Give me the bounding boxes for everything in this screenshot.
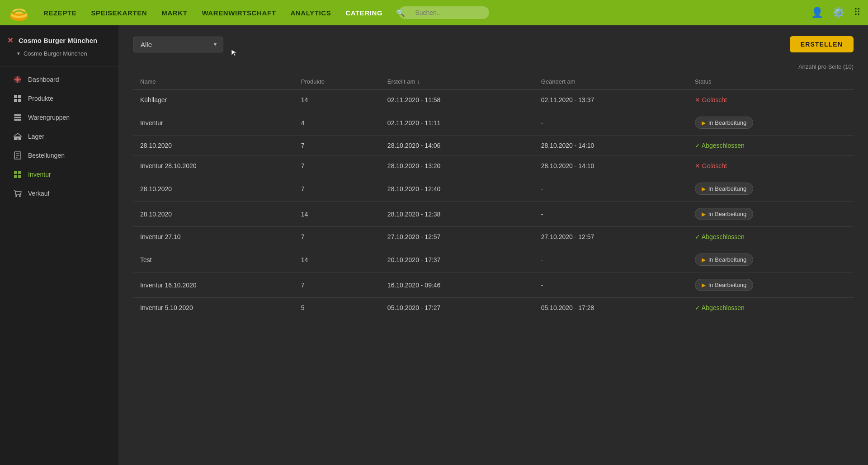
cell-produkte: 7 xyxy=(294,176,380,202)
erstellen-button[interactable]: ERSTELLEN xyxy=(790,36,854,52)
sidebar-item-verkauf[interactable]: Verkauf xyxy=(4,184,115,203)
table-row[interactable]: 28.10.2020 14 28.10.2020 - 12:38 - ▶ In … xyxy=(133,202,854,227)
table-row[interactable]: Inventur 28.10.2020 7 28.10.2020 - 13:20… xyxy=(133,156,854,176)
cell-name: Inventur 16.10.2020 xyxy=(133,272,294,298)
app-layout: ✕ Cosmo Burger München ▼ Cosmo Burger Mü… xyxy=(0,25,868,465)
status-badge: ▶ In Bearbeitung xyxy=(695,183,754,195)
top-navigation: REZEPTE SPEISEKARTEN MARKT WARENWIRTSCHA… xyxy=(0,0,868,25)
sidebar-item-inventur[interactable]: Inventur xyxy=(4,165,115,184)
cell-name: Inventur 5.10.2020 xyxy=(133,298,294,318)
nav-right-icons: 👤 ⚙️ ⠿ xyxy=(811,7,861,19)
per-page-label: Anzahl pro Seite (10) xyxy=(133,63,854,70)
cell-name: 28.10.2020 xyxy=(133,136,294,156)
table-row[interactable]: 28.10.2020 7 28.10.2020 - 12:40 - ▶ In B… xyxy=(133,176,854,202)
cell-produkte: 5 xyxy=(294,298,380,318)
status-icon: ✓ xyxy=(695,142,700,149)
sidebar-sub-company[interactable]: ▼ Cosmo Burger München xyxy=(0,50,118,64)
table-row[interactable]: 28.10.2020 7 28.10.2020 - 14:06 28.10.20… xyxy=(133,136,854,156)
status-icon: ✕ xyxy=(695,96,700,103)
logo[interactable] xyxy=(7,3,31,23)
main-content: Alle ▼ ERSTELLEN Anzahl pro Seite (10) N… xyxy=(118,25,868,465)
table-row[interactable]: Inventur 16.10.2020 7 16.10.2020 - 09:46… xyxy=(133,272,854,298)
sidebar-company-name: Cosmo Burger München xyxy=(19,37,97,44)
cell-produkte: 14 xyxy=(294,90,380,110)
cell-geaendert: - xyxy=(534,110,688,136)
cell-erstellt: 16.10.2020 - 09:46 xyxy=(380,272,534,298)
cell-produkte: 4 xyxy=(294,110,380,136)
sidebar-header: ✕ Cosmo Burger München xyxy=(0,33,118,50)
nav-catering[interactable]: CATERING xyxy=(340,7,388,19)
sidebar-item-dashboard[interactable]: Dashboard xyxy=(4,70,115,89)
sidebar-label-bestellungen: Bestellungen xyxy=(28,152,65,159)
cell-name: 28.10.2020 xyxy=(133,176,294,202)
settings-icon[interactable]: ⚙️ xyxy=(832,7,844,19)
cell-erstellt: 28.10.2020 - 12:38 xyxy=(380,202,534,227)
inventur-table: Name Produkte Erstellt am ↓ Geändert am … xyxy=(133,74,854,318)
svg-rect-25 xyxy=(18,171,21,174)
bestellungen-icon xyxy=(13,150,23,160)
cell-geaendert: 28.10.2020 - 14:10 xyxy=(534,136,688,156)
cell-geaendert: 28.10.2020 - 14:10 xyxy=(534,156,688,176)
status-icon: ▶ xyxy=(702,211,706,217)
dashboard-icon xyxy=(13,75,23,85)
nav-analytics[interactable]: ANALYTICS xyxy=(285,7,336,19)
cell-name: Test xyxy=(133,247,294,272)
status-icon: ▶ xyxy=(702,120,706,126)
sidebar-label-lager: Lager xyxy=(28,133,44,140)
verkauf-icon xyxy=(13,188,23,198)
sidebar-item-bestellungen[interactable]: Bestellungen xyxy=(4,146,115,165)
table-row[interactable]: Inventur 4 02.11.2020 - 11:11 - ▶ In Bea… xyxy=(133,110,854,136)
col-status: Status xyxy=(688,74,854,90)
sidebar-label-dashboard: Dashboard xyxy=(28,76,59,83)
cell-name: 28.10.2020 xyxy=(133,202,294,227)
cell-name: Inventur 27.10 xyxy=(133,227,294,247)
status-icon: ✓ xyxy=(695,304,700,311)
cell-status: ▶ In Bearbeitung xyxy=(688,247,854,272)
table-row[interactable]: Inventur 5.10.2020 5 05.10.2020 - 17:27 … xyxy=(133,298,854,318)
sidebar-item-warengruppen[interactable]: Warengruppen xyxy=(4,108,115,127)
cell-geaendert: - xyxy=(534,272,688,298)
search-wrap: 🔍 xyxy=(392,6,489,19)
sidebar-divider xyxy=(0,66,118,66)
nav-speisekarten[interactable]: SPEISEKARTEN xyxy=(85,7,152,19)
sidebar-label-produkte: Produkte xyxy=(28,95,53,102)
table-header-row: Name Produkte Erstellt am ↓ Geändert am … xyxy=(133,74,854,90)
col-erstellt[interactable]: Erstellt am ↓ xyxy=(380,74,534,90)
col-name: Name xyxy=(133,74,294,90)
cell-geaendert: - xyxy=(534,247,688,272)
sidebar-item-produkte[interactable]: Produkte xyxy=(4,89,115,108)
status-icon: ✓ xyxy=(695,233,700,240)
cell-status: ✓ Abgeschlossen xyxy=(688,298,854,318)
table-row[interactable]: Inventur 27.10 7 27.10.2020 - 12:57 27.1… xyxy=(133,227,854,247)
warengruppen-icon xyxy=(13,113,23,122)
status-badge: ▶ In Bearbeitung xyxy=(695,279,754,291)
search-input[interactable] xyxy=(399,6,489,19)
sort-icon: ↓ xyxy=(417,78,420,85)
svg-rect-24 xyxy=(14,171,17,174)
nav-markt[interactable]: MARKT xyxy=(156,7,193,19)
cell-produkte: 7 xyxy=(294,136,380,156)
status-badge: ✓ Abgeschlossen xyxy=(695,142,745,149)
svg-rect-14 xyxy=(18,99,21,102)
filter-select[interactable]: Alle xyxy=(133,37,223,52)
nav-warenwirtschaft[interactable]: WARENWIRTSCHAFT xyxy=(196,7,281,19)
cell-status: ✓ Abgeschlossen xyxy=(688,227,854,247)
sidebar-sub-label: Cosmo Burger München xyxy=(24,50,87,57)
nav-rezepte[interactable]: REZEPTE xyxy=(38,7,82,19)
grid-icon[interactable]: ⠿ xyxy=(854,7,861,19)
sidebar-item-lager[interactable]: Lager xyxy=(4,127,115,146)
status-badge: ✓ Abgeschlossen xyxy=(695,304,745,311)
cell-erstellt: 28.10.2020 - 12:40 xyxy=(380,176,534,202)
cell-status: ▶ In Bearbeitung xyxy=(688,176,854,202)
svg-rect-27 xyxy=(18,175,21,178)
col-produkte: Produkte xyxy=(294,74,380,90)
sidebar-label-verkauf: Verkauf xyxy=(28,190,49,197)
close-icon[interactable]: ✕ xyxy=(7,36,13,45)
cell-status: ✕ Gelöscht xyxy=(688,156,854,176)
cell-status: ▶ In Bearbeitung xyxy=(688,202,854,227)
cell-status: ▶ In Bearbeitung xyxy=(688,272,854,298)
sidebar-label-warengruppen: Warengruppen xyxy=(28,114,70,121)
table-row[interactable]: Kühllager 14 02.11.2020 - 11:58 02.11.20… xyxy=(133,90,854,110)
user-icon[interactable]: 👤 xyxy=(811,7,823,19)
table-row[interactable]: Test 14 20.10.2020 - 17:37 - ▶ In Bearbe… xyxy=(133,247,854,272)
